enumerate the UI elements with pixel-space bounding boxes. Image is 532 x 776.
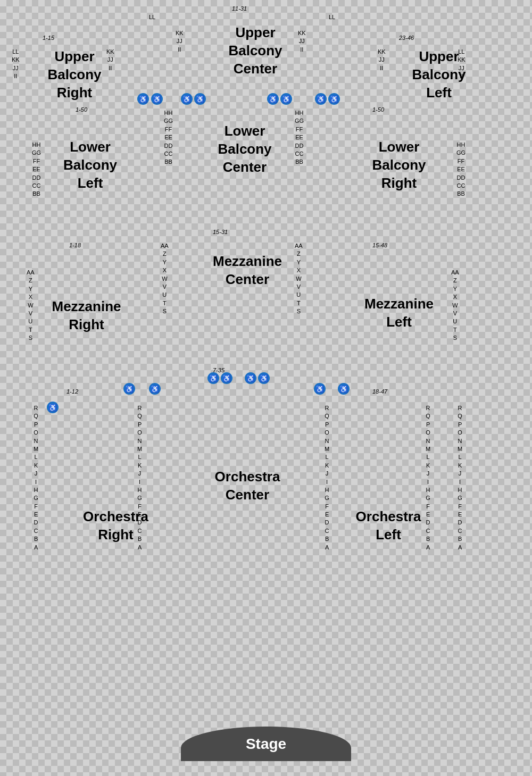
mr-range: 1-18 [69, 242, 81, 248]
wheelchair-4: ♿ [194, 93, 206, 105]
lower-balcony-left-label: LowerBalconyLeft [44, 138, 137, 192]
wheelchair-1: ♿ [137, 93, 149, 105]
wheelchair-12: ♿ [258, 372, 270, 384]
stage-label: Stage [246, 736, 286, 753]
lbr-range: 1-50 [372, 106, 384, 113]
wheelchair-13: ♿ [123, 383, 135, 395]
ol-range: 18-47 [372, 388, 387, 395]
wheelchair-6: ♿ [280, 93, 292, 105]
mezzanine-left-label: MezzanineLeft [351, 295, 447, 331]
wheelchair-8: ♿ [328, 93, 340, 105]
wheelchair-16: ♿ [338, 383, 350, 395]
wheelchair-10: ♿ [221, 372, 232, 384]
venue-map: 11-31 LL LL KKJJII KKJJII UpperBalconyCe… [0, 0, 532, 776]
lower-balcony-right-label: LowerBalconyRight [348, 138, 450, 192]
wheelchair-3: ♿ [181, 93, 193, 105]
wheelchair-14: ♿ [149, 383, 161, 395]
ol-rows-right: RQPONMLKJIHGFEDCBA [458, 404, 462, 552]
lbl-rows: HHGGFFEEDDCCBB [32, 141, 41, 198]
ml-rows: AAZYXWVUTS [451, 269, 459, 343]
ubl-range: 23-46 [399, 35, 414, 41]
wheelchair-9: ♿ [207, 372, 219, 384]
oc-range: 7-35 [213, 367, 225, 373]
upper-balcony-right-label: UpperBalconyRight [32, 48, 117, 102]
wheelchair-15: ♿ [314, 383, 326, 395]
wheelchair-2: ♿ [151, 93, 163, 105]
wheelchair-11: ♿ [245, 372, 256, 384]
lower-balcony-center-label: LowerBalconyCenter [192, 122, 298, 176]
wheelchair-17: ♿ [47, 402, 59, 413]
upper-balcony-center-range: 11-31 [207, 5, 271, 12]
orchestra-right-label: OrchestraRight [69, 508, 162, 544]
orchestra-center-label: OrchestraCenter [194, 468, 301, 504]
upper-balcony-left-label: UpperBalconyLeft [396, 48, 481, 102]
mezzanine-right-label: MezzanineRight [40, 298, 133, 334]
ubr-range: 1-15 [43, 35, 54, 41]
wheelchair-5: ♿ [267, 93, 279, 105]
ub-center-ll-right: LL [329, 13, 335, 21]
orchestra-left-label: OrchestraLeft [338, 508, 439, 544]
or-rows: RQPONMLKJIHGFEDCBA [34, 404, 38, 552]
wheelchair-7: ♿ [315, 93, 327, 105]
mr-rows: AAZYXWVUTS [27, 269, 35, 343]
mc-rows-left: AAZYXWVUTS [161, 242, 169, 316]
lbl-range: 1-50 [76, 106, 87, 113]
stage: Stage [181, 727, 351, 761]
upper-balcony-center-label: UpperBalconyCenter [207, 24, 303, 78]
mc-range: 15-31 [213, 229, 228, 235]
lbc-rows-left: HHGGFFEEDDCCBB [164, 109, 173, 166]
oc-rows-right: RQPONMLKJIHGFEDCBA [325, 404, 329, 552]
ml-range: 15-48 [372, 242, 387, 248]
ubl-rows-inner: KKJJII [378, 48, 386, 72]
ubr-rows-outer: LLKKJJII [12, 48, 20, 81]
lbr-rows: HHGGFFEEDDCCBB [456, 141, 466, 198]
ub-center-rows-left: KKJJII [176, 29, 184, 54]
or-range: 1-12 [66, 388, 78, 395]
mezzanine-center-label: MezzanineCenter [194, 253, 301, 289]
ub-center-ll-left: LL [149, 13, 155, 21]
